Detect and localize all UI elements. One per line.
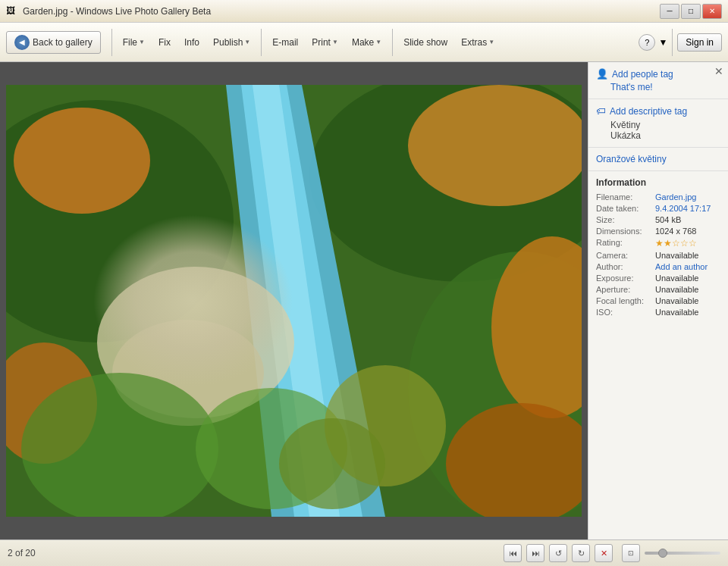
filename-value[interactable]: Garden.jpg: [655, 192, 696, 202]
size-label: Size:: [596, 215, 655, 224]
rotate-left-button[interactable]: ↺: [549, 544, 567, 562]
back-arrow-icon: ◀: [14, 35, 30, 50]
info-row-iso: ISO: Unavailable: [596, 308, 720, 317]
extras-dropdown-arrow: ▼: [488, 39, 494, 45]
tag-2: Ukázka: [610, 130, 720, 141]
add-descriptive-tag-label: Add descriptive tag: [610, 106, 687, 117]
delete-button[interactable]: ✕: [595, 544, 613, 562]
info-row-date: Date taken: 9.4.2004 17:17: [596, 204, 720, 213]
minimize-button[interactable]: ─: [660, 4, 679, 19]
camera-value: Unavailable: [655, 251, 698, 260]
fit-window-button[interactable]: ⊡: [622, 544, 640, 562]
file-dropdown-arrow: ▼: [139, 39, 145, 45]
album-name-link[interactable]: Oranžové květiny: [596, 154, 667, 164]
first-photo-button[interactable]: ⏮: [504, 544, 522, 562]
file-label: File: [123, 37, 137, 48]
author-label: Author:: [596, 262, 655, 271]
info-row-filename: Filename: Garden.jpg: [596, 192, 720, 202]
email-button[interactable]: E-mail: [266, 34, 304, 51]
exposure-label: Exposure:: [596, 274, 655, 283]
photo-area: [0, 62, 588, 539]
publish-label: Publish: [213, 37, 243, 48]
file-menu[interactable]: File ▼: [117, 34, 151, 51]
title-bar: 🖼 Garden.jpg - Windows Live Photo Galler…: [0, 0, 728, 23]
svg-point-5: [408, 85, 582, 206]
separator-1: [111, 29, 112, 56]
thats-me-link[interactable]: That's me!: [596, 82, 720, 92]
aperture-value: Unavailable: [655, 285, 698, 294]
svg-point-17: [279, 418, 385, 509]
album-section: Oranžové květiny: [588, 148, 728, 171]
size-value: 504 kB: [655, 215, 681, 224]
maximize-button[interactable]: □: [681, 4, 701, 19]
author-value[interactable]: Add an author: [655, 262, 708, 271]
print-label: Print: [312, 37, 331, 48]
make-menu[interactable]: Make ▼: [346, 34, 388, 51]
people-tag-section: 👤 Add people tag That's me!: [588, 62, 728, 99]
fix-label: Fix: [158, 37, 171, 48]
toolbar: ◀ Back to gallery File ▼ Fix Info Publis…: [0, 23, 728, 62]
focal-value: Unavailable: [655, 296, 698, 305]
rating-stars[interactable]: ★★☆☆☆: [655, 238, 697, 249]
separator-4: [672, 29, 673, 56]
add-descriptive-tag-link[interactable]: 🏷 Add descriptive tag: [596, 105, 720, 117]
photo-image: [6, 85, 582, 517]
publish-menu[interactable]: Publish ▼: [207, 34, 256, 51]
extras-label: Extras: [461, 37, 487, 48]
add-people-tag-label: Add people tag: [612, 69, 673, 80]
zoom-slider-container: [645, 552, 720, 555]
fix-button[interactable]: Fix: [152, 34, 177, 51]
tag-icon: 🏷: [596, 105, 606, 117]
help-button[interactable]: ?: [639, 34, 655, 51]
publish-dropdown-arrow: ▼: [244, 39, 250, 45]
info-row-exposure: Exposure: Unavailable: [596, 274, 720, 283]
filename-label: Filename:: [596, 192, 655, 202]
next-photo-button[interactable]: ⏭: [526, 544, 544, 562]
email-label: E-mail: [272, 37, 298, 48]
info-row-aperture: Aperture: Unavailable: [596, 285, 720, 294]
camera-label: Camera:: [596, 251, 655, 260]
person-icon: 👤: [596, 68, 608, 80]
descriptive-tags-list: Květiny Ukázka: [596, 120, 720, 141]
info-button[interactable]: Info: [178, 34, 206, 51]
photo-counter: 2 of 20: [8, 548, 36, 558]
window-title: Garden.jpg - Windows Live Photo Gallery …: [23, 6, 211, 17]
dimensions-label: Dimensions:: [596, 227, 655, 236]
add-people-tag-link[interactable]: 👤 Add people tag: [596, 68, 720, 80]
make-label: Make: [352, 37, 374, 48]
back-label: Back to gallery: [33, 37, 93, 48]
iso-value: Unavailable: [655, 308, 698, 317]
aperture-label: Aperture:: [596, 285, 655, 294]
info-row-author: Author: Add an author: [596, 262, 720, 271]
print-menu[interactable]: Print ▼: [306, 34, 344, 51]
help-area: ? ▼: [639, 34, 667, 51]
print-dropdown-arrow: ▼: [332, 39, 338, 45]
info-title: Information: [596, 177, 720, 188]
status-bar: 2 of 20 ⏮ ⏭ ↺ ↻ ✕ ⊡: [0, 539, 728, 566]
dimensions-value: 1024 x 768: [655, 227, 696, 236]
info-row-dimensions: Dimensions: 1024 x 768: [596, 227, 720, 236]
app-icon: 🖼: [6, 5, 18, 17]
close-button[interactable]: ✕: [702, 4, 722, 19]
slideshow-label: Slide show: [403, 37, 447, 48]
help-dropdown-arrow: ▼: [658, 37, 667, 48]
info-row-size: Size: 504 kB: [596, 215, 720, 224]
exposure-value: Unavailable: [655, 274, 698, 283]
panel-close-button[interactable]: ✕: [714, 65, 723, 77]
window-controls: ─ □ ✕: [660, 4, 722, 19]
extras-menu[interactable]: Extras ▼: [455, 34, 500, 51]
rotate-right-button[interactable]: ↻: [572, 544, 590, 562]
sign-in-button[interactable]: Sign in: [677, 33, 722, 52]
zoom-slider[interactable]: [645, 552, 720, 555]
date-label: Date taken:: [596, 204, 655, 213]
main-content: ✕ 👤 Add people tag That's me! 🏷 Add desc…: [0, 62, 728, 539]
back-to-gallery-button[interactable]: ◀ Back to gallery: [6, 31, 101, 54]
svg-point-4: [14, 108, 150, 214]
info-row-camera: Camera: Unavailable: [596, 251, 720, 260]
separator-3: [392, 29, 393, 56]
navigation-controls: ⏮ ⏭ ↺ ↻ ✕ ⊡: [504, 544, 720, 562]
focal-label: Focal length:: [596, 296, 655, 305]
photo-container: [6, 85, 582, 517]
tag-1: Květiny: [610, 120, 720, 130]
slideshow-button[interactable]: Slide show: [397, 34, 453, 51]
